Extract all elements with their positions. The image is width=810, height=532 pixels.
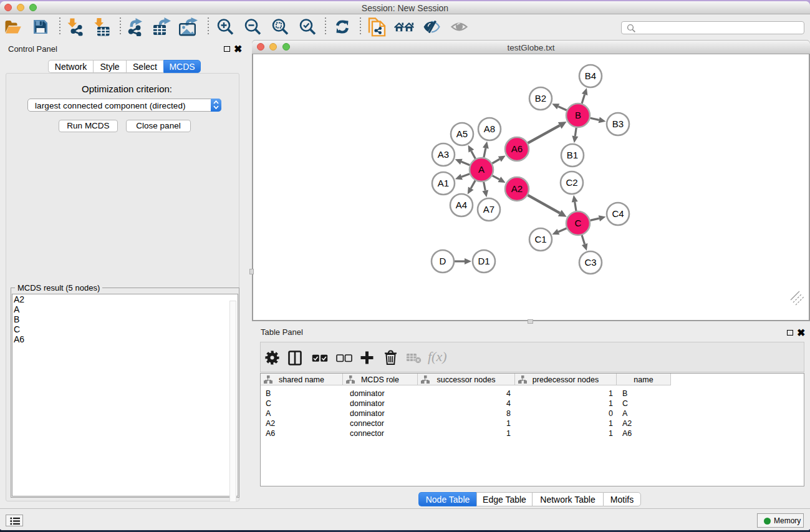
svg-text:C4: C4 bbox=[612, 208, 624, 219]
svg-text:A2: A2 bbox=[511, 183, 523, 194]
svg-text:A: A bbox=[478, 164, 485, 175]
svg-text:B4: B4 bbox=[585, 70, 596, 81]
svg-text:C2: C2 bbox=[566, 177, 577, 188]
svg-text:A7: A7 bbox=[483, 204, 494, 215]
svg-text:A4: A4 bbox=[456, 200, 467, 210]
svg-text:C: C bbox=[575, 218, 582, 228]
svg-text:D: D bbox=[440, 256, 446, 266]
svg-text:B: B bbox=[575, 110, 581, 120]
svg-text:B2: B2 bbox=[535, 93, 546, 104]
svg-text:A1: A1 bbox=[438, 178, 449, 188]
svg-text:C3: C3 bbox=[584, 257, 596, 268]
svg-text:A3: A3 bbox=[438, 149, 449, 160]
svg-text:B3: B3 bbox=[612, 118, 624, 129]
svg-text:B1: B1 bbox=[567, 150, 578, 160]
svg-text:C1: C1 bbox=[534, 234, 546, 244]
svg-text:A8: A8 bbox=[484, 123, 495, 134]
svg-text:A6: A6 bbox=[511, 143, 523, 154]
svg-text:D1: D1 bbox=[478, 256, 489, 266]
svg-text:A5: A5 bbox=[456, 128, 468, 139]
